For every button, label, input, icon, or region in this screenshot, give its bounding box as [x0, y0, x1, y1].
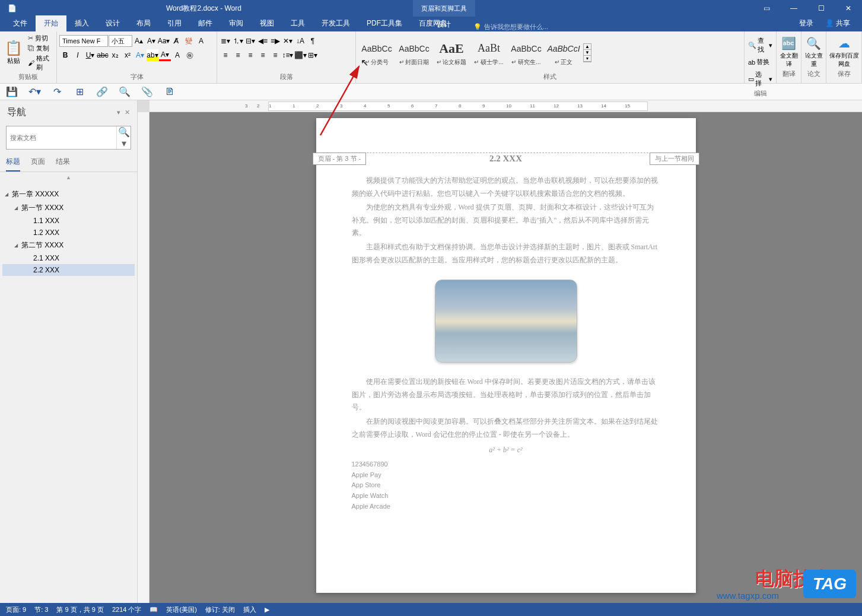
change-case-button[interactable]: Aa▾ [158, 35, 170, 47]
tab-references[interactable]: 引用 [159, 15, 190, 31]
tab-insert[interactable]: 插入 [66, 15, 97, 31]
numbering-button[interactable]: ⒈▾ [232, 35, 244, 47]
tab-context-design[interactable]: 设计 [427, 17, 460, 33]
tab-design[interactable]: 设计 [97, 15, 128, 31]
qat-icon-3[interactable]: 🔍 [119, 86, 131, 98]
close-button[interactable]: ✕ [835, 0, 862, 17]
align-center-button[interactable]: ≡ [232, 49, 244, 61]
bullets-button[interactable]: ≣▾ [220, 35, 231, 47]
strike-button[interactable]: abc [97, 49, 109, 61]
ribbon-options-icon[interactable]: ▭ [753, 0, 780, 17]
scroll-expand-icon[interactable]: ▾ [584, 56, 591, 62]
find-button[interactable]: 🔍查找▾ [747, 35, 774, 55]
qat-icon-4[interactable]: 📎 [141, 86, 153, 98]
tab-pdf[interactable]: PDF工具集 [358, 15, 411, 31]
tree-item[interactable]: ◢第一章 XXXXX [2, 188, 135, 201]
save-baidu-group[interactable]: ☁ 保存到百度网盘 保存 [826, 31, 862, 83]
tab-review[interactable]: 审阅 [221, 15, 252, 31]
paste-button[interactable]: 📋 粘贴 [2, 40, 24, 65]
style-item[interactable]: AaBt↵ 硕士学... [470, 34, 507, 72]
tab-view[interactable]: 视图 [252, 15, 282, 31]
replace-button[interactable]: ab替换 [747, 56, 774, 68]
underline-button[interactable]: U▾ [84, 49, 96, 61]
nav-tab-results[interactable]: 结果 [56, 157, 70, 172]
redo-icon[interactable]: ↷ [51, 86, 63, 98]
decrease-indent-button[interactable]: ◀≡ [257, 35, 269, 47]
phonetic-button[interactable]: 變 [183, 35, 195, 47]
font-size-select[interactable] [109, 35, 132, 47]
show-marks-button[interactable]: ¶ [307, 35, 319, 47]
minimize-button[interactable]: — [780, 0, 807, 17]
font-color-button[interactable]: A▾ [159, 49, 171, 61]
status-words[interactable]: 2214 个字 [112, 605, 142, 614]
status-insert[interactable]: 插入 [243, 605, 256, 614]
tree-item[interactable]: 2.2 XXX [2, 264, 135, 276]
char-shading-button[interactable]: A [171, 49, 183, 61]
status-lang[interactable]: 英语(美国) [166, 605, 196, 614]
copy-button[interactable]: ⿻复制 [28, 44, 54, 53]
shading-button[interactable]: ⬛▾ [294, 49, 306, 61]
borders-button[interactable]: ⊞▾ [307, 49, 319, 61]
style-item[interactable]: AaE↵ 论文标题 [433, 34, 470, 72]
subscript-button[interactable]: x₂ [109, 49, 121, 61]
align-right-button[interactable]: ≡ [244, 49, 256, 61]
nav-tab-headings[interactable]: 标题 [6, 157, 20, 172]
increase-indent-button[interactable]: ≡▶ [269, 35, 281, 47]
enclose-char-button[interactable]: ㊑ [184, 49, 196, 61]
select-button[interactable]: ▭选择▾ [747, 69, 774, 89]
qat-icon-2[interactable]: 🔗 [96, 86, 108, 98]
multilevel-button[interactable]: ⊟▾ [244, 35, 256, 47]
document-page[interactable]: 页眉 - 第 3 节 - 与上一节相同 2.2 XXX 视频提供了功能强大的方法… [316, 118, 696, 593]
style-item[interactable]: AaBbCc↵ 封面日期 [396, 34, 432, 72]
maximize-button[interactable]: ☐ [807, 0, 835, 17]
status-page[interactable]: 页面: 9 [6, 605, 26, 614]
clear-format-button[interactable]: A̸ [170, 35, 182, 47]
tab-file[interactable]: 文件 [5, 15, 36, 31]
superscript-button[interactable]: x² [122, 49, 133, 61]
grow-font-button[interactable]: A▴ [133, 35, 145, 47]
asian-layout-button[interactable]: ✕▾ [282, 35, 294, 47]
scroll-up-icon[interactable]: ▲ [584, 44, 591, 50]
nav-search-input[interactable] [7, 126, 116, 149]
collapse-icon[interactable]: ◢ [14, 205, 21, 211]
text-effects-button[interactable]: A▾ [134, 49, 146, 61]
search-icon[interactable]: 🔍▾ [116, 126, 131, 149]
distribute-button[interactable]: ≡ [269, 49, 281, 61]
status-spell-icon[interactable]: 📖 [150, 606, 158, 614]
tab-mail[interactable]: 邮件 [190, 15, 221, 31]
tree-item[interactable]: 1.1 XXX [2, 215, 135, 227]
italic-button[interactable]: I [72, 49, 84, 61]
collapse-icon[interactable]: ◢ [5, 192, 12, 197]
tab-tools[interactable]: 工具 [282, 15, 313, 31]
sort-button[interactable]: ↓A [294, 35, 306, 47]
bold-button[interactable]: B [59, 49, 71, 61]
shrink-font-button[interactable]: A▾ [145, 35, 157, 47]
tab-layout[interactable]: 布局 [128, 15, 159, 31]
styles-scroll[interactable]: ▲ ▼ ▾ [583, 43, 591, 62]
tree-item[interactable]: 1.2 XXX [2, 227, 135, 239]
save-icon[interactable]: 💾 [6, 86, 18, 98]
status-track[interactable]: 修订: 关闭 [205, 605, 235, 614]
style-item[interactable]: AaBbCc↵ 研究生... [508, 34, 545, 72]
nav-tab-pages[interactable]: 页面 [31, 157, 45, 172]
line-spacing-button[interactable]: ↕≡▾ [282, 49, 294, 61]
style-item[interactable]: AaBbCcI↵ 正文 [545, 34, 582, 72]
nav-collapse-icon[interactable]: ▲ [0, 172, 137, 183]
format-painter-button[interactable]: 🖌格式刷 [28, 54, 54, 72]
justify-button[interactable]: ≡ [257, 49, 269, 61]
review-group[interactable]: 🔍 论文查重 论文 [801, 31, 826, 83]
cut-button[interactable]: ✂剪切 [28, 34, 54, 43]
tree-item[interactable]: ◢第一节 XXXX [2, 201, 135, 215]
nav-close-icon[interactable]: ✕ [125, 109, 130, 116]
tree-item[interactable]: 2.1 XXX [2, 252, 135, 264]
tab-dev[interactable]: 开发工具 [313, 15, 358, 31]
qat-icon-5[interactable]: 🖹 [164, 86, 176, 98]
highlight-button[interactable]: ab▾ [147, 49, 158, 61]
font-name-select[interactable] [59, 35, 108, 47]
qat-icon-1[interactable]: ⊞ [74, 86, 85, 98]
horizontal-ruler[interactable]: 321 123 456 789 101112 131415 [268, 101, 648, 111]
tell-me-search[interactable]: 💡 告诉我您想要做什么... [473, 23, 548, 31]
translate-group[interactable]: 🔤 全文翻译 翻译 [777, 31, 801, 83]
align-left-button[interactable]: ≡ [220, 49, 231, 61]
undo-icon[interactable]: ↶▾ [28, 86, 40, 98]
